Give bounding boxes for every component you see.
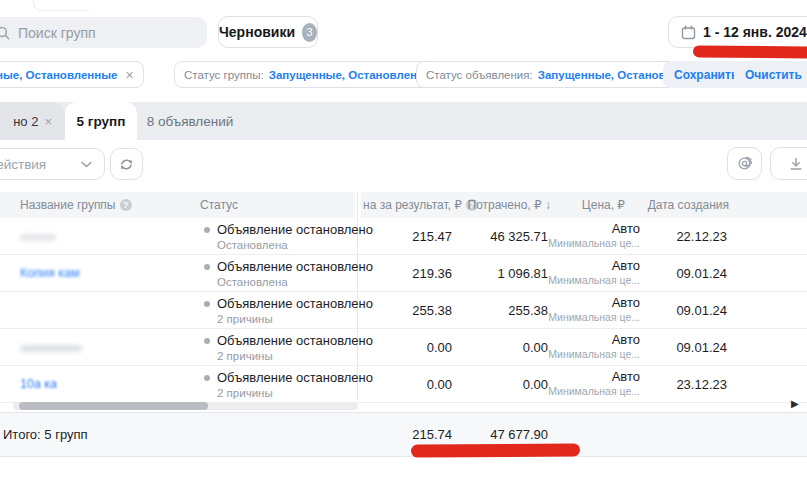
status-dot-icon bbox=[204, 375, 210, 381]
status-cell: Объявление остановлено 2 причины bbox=[204, 296, 373, 325]
group-name-link[interactable]: 10а ка bbox=[20, 377, 57, 391]
filter-chip-label: Статус объявления: bbox=[426, 69, 533, 81]
search-icon bbox=[0, 26, 10, 40]
totals-row: Итого: 5 групп 215.74 47 677.90 bbox=[0, 412, 807, 457]
scroll-right-icon[interactable]: ▶ bbox=[791, 398, 799, 409]
filter-chip-label: Статус группы: bbox=[184, 69, 264, 81]
column-header-name[interactable]: Название группы? bbox=[20, 192, 132, 218]
refresh-icon bbox=[119, 157, 134, 172]
filter-chip-cut[interactable]: Запущенные, Остановленные × bbox=[0, 61, 144, 88]
column-header-price[interactable]: Цена, ₽ bbox=[582, 192, 625, 218]
calendar-icon bbox=[681, 25, 696, 40]
created-date: 09.01.24 bbox=[676, 340, 727, 355]
spent-value: 46 325.71 bbox=[490, 229, 548, 244]
status-dot-icon bbox=[204, 264, 210, 270]
status-substatus: Остановлена bbox=[217, 239, 373, 251]
column-header-cost-per-result[interactable]: на за результат, ₽? bbox=[363, 192, 478, 218]
spent-value: 255.38 bbox=[508, 303, 548, 318]
close-icon[interactable]: × bbox=[125, 67, 133, 83]
cost-per-result-value: 219.36 bbox=[412, 266, 452, 281]
column-header-status[interactable]: Статус bbox=[200, 192, 238, 218]
price-cell: Авто Минимальная це... bbox=[548, 258, 640, 286]
actions-dropdown[interactable]: Действия bbox=[0, 148, 105, 180]
ads-manager-screen: Поиск групп Черновики 3 1 - 12 янв. 2024… bbox=[0, 0, 807, 487]
drafts-button[interactable]: Черновики 3 bbox=[218, 16, 318, 48]
table-row[interactable]: 10а ка Объявление остановлено 2 причины … bbox=[0, 366, 807, 403]
search-placeholder: Поиск групп bbox=[18, 25, 96, 41]
selected-count-label: но 2 bbox=[13, 114, 38, 129]
totals-label: Итого: 5 групп bbox=[3, 427, 88, 442]
column-header-spent[interactable]: Потрачено, ₽ ↓ bbox=[468, 192, 552, 218]
filter-chip-value: Запущенные, Остановленные bbox=[0, 69, 117, 81]
group-name-link[interactable]: Копия кам bbox=[20, 266, 80, 280]
cost-per-result-value: 215.47 bbox=[412, 229, 452, 244]
download-icon bbox=[789, 157, 803, 171]
status-cell: Объявление остановлено 2 причины bbox=[204, 333, 373, 362]
created-date: 09.01.24 bbox=[676, 266, 727, 281]
cost-per-result-value: 0.00 bbox=[427, 340, 452, 355]
sort-desc-icon[interactable]: ↓ bbox=[545, 198, 551, 212]
group-name-redacted[interactable] bbox=[20, 340, 82, 355]
table-settings-button[interactable] bbox=[727, 147, 762, 180]
chevron-down-icon bbox=[81, 161, 92, 168]
status-dot-icon bbox=[204, 338, 210, 344]
status-cell: Объявление остановлено 2 причины bbox=[204, 370, 373, 399]
date-range-picker[interactable]: 1 - 12 янв. 2024 bbox=[668, 16, 807, 48]
help-icon[interactable]: ? bbox=[120, 199, 132, 211]
created-date: 22.12.23 bbox=[676, 229, 727, 244]
created-date: 09.01.24 bbox=[676, 303, 727, 318]
group-name-redacted[interactable] bbox=[20, 229, 56, 244]
tab-groups[interactable]: 5 групп bbox=[65, 102, 137, 140]
status-substatus: 2 причины bbox=[217, 350, 373, 362]
price-cell: Авто Минимальная це... bbox=[548, 221, 640, 249]
spent-value: 1 096.81 bbox=[497, 266, 548, 281]
price-cell: Авто Минимальная це... bbox=[548, 295, 640, 323]
date-range-value: 1 - 12 янв. 2024 bbox=[703, 24, 807, 40]
spent-value: 0.00 bbox=[523, 340, 548, 355]
horizontal-scrollbar[interactable] bbox=[13, 402, 358, 410]
table-row[interactable]: Объявление остановлено Остановлена 215.4… bbox=[0, 218, 807, 255]
tab-ads[interactable]: 8 объявлений bbox=[137, 102, 243, 140]
status-dot-icon bbox=[204, 301, 210, 307]
table-row[interactable]: Копия кам Объявление остановлено Останов… bbox=[0, 255, 807, 292]
status-cell: Объявление остановлено Остановлена bbox=[204, 222, 373, 251]
cost-per-result-value: 0.00 bbox=[427, 377, 452, 392]
spent-value: 0.00 bbox=[523, 377, 548, 392]
table-row[interactable]: Объявление остановлено 2 причины 0.00 0.… bbox=[0, 329, 807, 366]
filter-chip-value: Запущенные, Остановленные bbox=[269, 69, 440, 81]
status-substatus: 2 причины bbox=[217, 387, 373, 399]
status-dot-icon bbox=[204, 227, 210, 233]
clear-filters-button[interactable]: Очистить bbox=[734, 61, 807, 88]
red-marker-annotation-date bbox=[693, 45, 807, 58]
table-row[interactable]: Объявление остановлено 2 причины 255.38 … bbox=[0, 292, 807, 329]
column-header-created[interactable]: Дата создания bbox=[648, 192, 729, 218]
refresh-button[interactable] bbox=[110, 148, 143, 180]
scrollbar-thumb[interactable] bbox=[19, 402, 208, 410]
status-substatus: Остановлена bbox=[217, 276, 373, 288]
cost-per-result-value: 255.38 bbox=[412, 303, 452, 318]
status-substatus: 2 причины bbox=[217, 313, 373, 325]
selected-count-chip[interactable]: но 2 × bbox=[0, 102, 65, 140]
close-icon[interactable]: × bbox=[44, 114, 52, 129]
gear-icon bbox=[736, 155, 753, 172]
drafts-count-badge: 3 bbox=[302, 23, 317, 42]
totals-spent: 47 677.90 bbox=[490, 427, 548, 442]
created-date: 23.12.23 bbox=[676, 377, 727, 392]
price-cell: Авто Минимальная це... bbox=[548, 369, 640, 397]
red-marker-annotation-totals bbox=[411, 443, 580, 457]
status-cell: Объявление остановлено Остановлена bbox=[204, 259, 373, 288]
actions-label: Действия bbox=[0, 157, 46, 172]
export-button[interactable] bbox=[770, 147, 807, 180]
price-cell: Авто Минимальная це... bbox=[548, 332, 640, 360]
cropped-element-fragment bbox=[33, 0, 89, 11]
totals-cost-per-result: 215.74 bbox=[412, 427, 452, 442]
search-input[interactable]: Поиск групп bbox=[0, 17, 207, 48]
drafts-label: Черновики bbox=[219, 24, 295, 40]
